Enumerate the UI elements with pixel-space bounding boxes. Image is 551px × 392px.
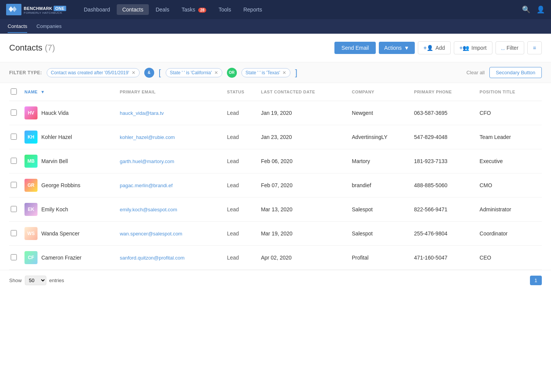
nav-item-deals[interactable]: Deals bbox=[150, 4, 175, 15]
row-select-1[interactable] bbox=[11, 134, 17, 140]
name-text-1[interactable]: Kohler Hazel bbox=[41, 134, 72, 140]
entries-select[interactable]: 50 25 100 bbox=[25, 276, 46, 285]
user-icon[interactable]: 👤 bbox=[536, 5, 545, 14]
clear-all-link[interactable]: Clear all bbox=[466, 70, 485, 75]
entries-label: entries bbox=[49, 278, 64, 283]
name-text-3[interactable]: George Robbins bbox=[41, 182, 80, 188]
nav-item-tasks[interactable]: Tasks 28 bbox=[176, 4, 212, 15]
row-select-3[interactable] bbox=[11, 182, 17, 188]
page-1-button[interactable]: 1 bbox=[530, 276, 542, 285]
contact-count: (7) bbox=[45, 43, 55, 52]
row-checkbox-2 bbox=[9, 149, 24, 173]
filter-bracket-left: [ bbox=[159, 69, 161, 77]
sub-nav-contacts[interactable]: Contacts bbox=[8, 20, 27, 33]
avatar-6: CF bbox=[24, 251, 37, 264]
page-title: Contacts (7) bbox=[9, 43, 55, 53]
col-name[interactable]: NAME ▼ bbox=[24, 83, 120, 101]
table-footer: Show 50 25 100 entries 1 bbox=[0, 270, 551, 291]
actions-button[interactable]: Actions ▼ bbox=[379, 42, 415, 54]
row-email-5[interactable]: wan.spencer@salespot.com bbox=[120, 222, 227, 246]
col-email: PRIMARY EMAIL bbox=[120, 83, 227, 101]
row-name-6: CF Cameron Frazier bbox=[24, 246, 120, 270]
row-position-0: CFO bbox=[479, 101, 542, 125]
row-position-4: Administrator bbox=[479, 198, 542, 222]
logo-mark bbox=[6, 4, 21, 15]
secondary-button[interactable]: Secondary Button bbox=[489, 67, 542, 78]
avatar-5: WS bbox=[24, 227, 37, 240]
row-company-3[interactable]: brandief bbox=[352, 173, 414, 198]
filter-tag-1: Contact was created after '05/01/2019' ✕ bbox=[47, 68, 140, 77]
row-company-4[interactable]: Salespot bbox=[352, 198, 414, 222]
contacts-table: NAME ▼ PRIMARY EMAIL STATUS LAST CONTACT… bbox=[9, 83, 542, 270]
chevron-down-icon: ▼ bbox=[404, 45, 409, 51]
send-email-button[interactable]: Send Email bbox=[334, 42, 376, 54]
nav-item-dashboard[interactable]: Dashboard bbox=[78, 4, 116, 15]
table-body: HV Hauck Vida hauck_vida@tara.tv Lead Ja… bbox=[9, 101, 542, 270]
table-container: NAME ▼ PRIMARY EMAIL STATUS LAST CONTACT… bbox=[0, 83, 551, 270]
row-name-4: EK Emily Koch bbox=[24, 198, 120, 222]
row-select-0[interactable] bbox=[11, 109, 17, 116]
row-checkbox-5 bbox=[9, 222, 24, 246]
columns-icon: ≡ bbox=[533, 45, 536, 51]
select-all-checkbox[interactable] bbox=[11, 88, 17, 95]
row-date-1: Jan 23, 2020 bbox=[261, 125, 352, 149]
logo-text: BENCHMARK ONE FORMERLY HATCHBUCK bbox=[24, 5, 66, 15]
filter-remove-3[interactable]: ✕ bbox=[282, 70, 286, 75]
row-date-0: Jan 19, 2020 bbox=[261, 101, 352, 125]
filter-button[interactable]: ⎵ Filter bbox=[496, 41, 524, 54]
avatar-1: KH bbox=[24, 131, 37, 144]
row-select-4[interactable] bbox=[11, 206, 17, 212]
add-button[interactable]: +👤 Add bbox=[418, 41, 451, 54]
name-text-2[interactable]: Marvin Bell bbox=[41, 158, 68, 164]
row-company-6[interactable]: Profital bbox=[352, 246, 414, 270]
nav-item-contacts[interactable]: Contacts bbox=[117, 4, 148, 15]
select-all-header bbox=[9, 83, 24, 101]
row-company-2[interactable]: Martory bbox=[352, 149, 414, 173]
search-icon[interactable]: 🔍 bbox=[522, 5, 530, 14]
row-email-3[interactable]: pagac.merlin@brandi.ef bbox=[120, 173, 227, 198]
row-email-0[interactable]: hauck_vida@tara.tv bbox=[120, 101, 227, 125]
name-text-5[interactable]: Wanda Spencer bbox=[41, 230, 80, 237]
row-checkbox-6 bbox=[9, 246, 24, 270]
row-name-3: GR George Robbins bbox=[24, 173, 120, 198]
name-text-0[interactable]: Hauck Vida bbox=[41, 110, 68, 116]
top-nav: BENCHMARK ONE FORMERLY HATCHBUCK Dashboa… bbox=[0, 0, 551, 19]
columns-button[interactable]: ≡ bbox=[527, 41, 542, 54]
row-status-3: Lead bbox=[227, 173, 261, 198]
row-date-6: Apr 02, 2020 bbox=[261, 246, 352, 270]
row-company-1[interactable]: AdvertinsingLY bbox=[352, 125, 414, 149]
filter-remove-2[interactable]: ✕ bbox=[214, 70, 218, 75]
row-email-1[interactable]: kohler_hazel@rubie.com bbox=[120, 125, 227, 149]
add-icon: +👤 bbox=[424, 45, 433, 51]
row-phone-4: 822-566-9471 bbox=[414, 198, 479, 222]
filter-remove-1[interactable]: ✕ bbox=[132, 70, 135, 75]
row-checkbox-3 bbox=[9, 173, 24, 198]
avatar-4: EK bbox=[24, 203, 37, 216]
avatar-3: GR bbox=[24, 179, 37, 192]
filter-tag-2: State ' ' is 'California' ✕ bbox=[166, 68, 222, 77]
row-status-1: Lead bbox=[227, 125, 261, 149]
sub-nav-companies[interactable]: Companies bbox=[36, 20, 62, 33]
row-name-0: HV Hauck Vida bbox=[24, 101, 120, 125]
row-company-5[interactable]: Salespot bbox=[352, 222, 414, 246]
row-company-0[interactable]: Newgent bbox=[352, 101, 414, 125]
row-email-4[interactable]: emily.koch@salespot.com bbox=[120, 198, 227, 222]
row-phone-6: 471-160-5047 bbox=[414, 246, 479, 270]
row-email-6[interactable]: sanford.quitzon@profital.com bbox=[120, 246, 227, 270]
avatar-2: MB bbox=[24, 155, 37, 168]
row-select-6[interactable] bbox=[11, 254, 17, 260]
pagination: 1 bbox=[530, 276, 542, 285]
nav-item-reports[interactable]: Reports bbox=[238, 4, 267, 15]
filter-connector-and: & bbox=[144, 68, 154, 78]
name-text-6[interactable]: Cameron Frazier bbox=[41, 255, 82, 261]
import-button[interactable]: +👥 Import bbox=[454, 41, 492, 54]
row-status-6: Lead bbox=[227, 246, 261, 270]
row-select-5[interactable] bbox=[11, 230, 17, 236]
row-date-2: Feb 06, 2020 bbox=[261, 149, 352, 173]
col-company: COMPANY bbox=[352, 83, 414, 101]
nav-item-tools[interactable]: Tools bbox=[213, 4, 236, 15]
name-text-4[interactable]: Emily Koch bbox=[41, 206, 68, 212]
row-checkbox-1 bbox=[9, 125, 24, 149]
row-select-2[interactable] bbox=[11, 158, 17, 164]
row-email-2[interactable]: garth.huel@martory.com bbox=[120, 149, 227, 173]
